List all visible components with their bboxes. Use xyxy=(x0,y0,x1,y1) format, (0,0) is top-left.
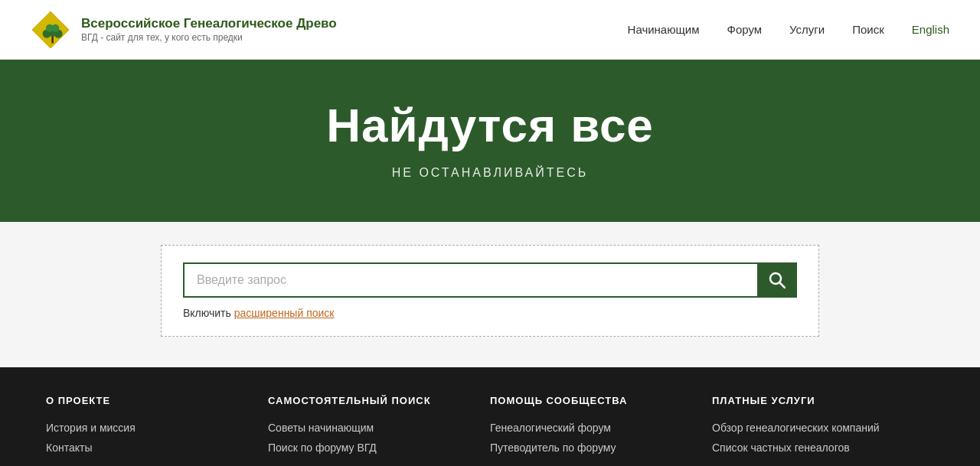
search-box: Включить расширенный поиск xyxy=(161,245,819,337)
footer-link-history[interactable]: История и миссия xyxy=(46,422,253,434)
search-hint: Включить расширенный поиск xyxy=(183,307,797,319)
footer-link-companies[interactable]: Обзор генеалогических компаний xyxy=(712,422,919,434)
search-hint-prefix: Включить xyxy=(183,307,234,319)
footer-col-paid-title: ПЛАТНЫЕ УСЛУГИ xyxy=(712,395,919,406)
footer-col-about-title: О ПРОЕКТЕ xyxy=(46,395,253,406)
footer-link-genforum[interactable]: Генеалогический форум xyxy=(490,422,697,434)
footer-col-community: ПОМОЩЬ СООБЩЕСТВА Генеалогический форум … xyxy=(490,395,712,461)
footer: О ПРОЕКТЕ История и миссия Контакты САМО… xyxy=(0,367,980,466)
nav-beginners[interactable]: Начинающим xyxy=(628,23,700,36)
footer-col-about: О ПРОЕКТЕ История и миссия Контакты xyxy=(46,395,268,461)
footer-link-contacts[interactable]: Контакты xyxy=(46,442,253,454)
logo-icon xyxy=(31,10,70,50)
header: Всероссийское Генеалогическое Древо ВГД … xyxy=(0,0,980,60)
svg-rect-1 xyxy=(51,35,53,43)
footer-col-search: САМОСТОЯТЕЛЬНЫЙ ПОИСК Советы начинающим … xyxy=(268,395,490,461)
footer-link-vgd-search[interactable]: Поиск по форуму ВГД xyxy=(268,442,475,454)
nav-search[interactable]: Поиск xyxy=(852,23,884,36)
logo-title: Всероссийское Генеалогическое Древо xyxy=(81,16,337,31)
search-button[interactable] xyxy=(757,262,797,298)
advanced-search-link[interactable]: расширенный поиск xyxy=(234,307,335,319)
footer-col-search-title: САМОСТОЯТЕЛЬНЫЙ ПОИСК xyxy=(268,395,475,406)
footer-link-forum-guide[interactable]: Путеводитель по форуму xyxy=(490,442,697,454)
logo-subtitle: ВГД - сайт для тех, у кого есть предки xyxy=(81,32,337,43)
footer-link-tips[interactable]: Советы начинающим xyxy=(268,422,475,434)
main-nav: Начинающим Форум Услуги Поиск English xyxy=(628,23,949,36)
footer-col-community-title: ПОМОЩЬ СООБЩЕСТВА xyxy=(490,395,697,406)
footer-link-genealogists[interactable]: Список частных генеалогов xyxy=(712,442,919,454)
nav-services[interactable]: Услуги xyxy=(789,23,825,36)
search-icon xyxy=(769,272,786,288)
nav-language[interactable]: English xyxy=(912,23,949,36)
svg-point-6 xyxy=(51,24,59,31)
search-row xyxy=(183,262,797,298)
logo-area: Всероссийское Генеалогическое Древо ВГД … xyxy=(31,10,337,50)
search-input[interactable] xyxy=(183,262,757,298)
search-section: Включить расширенный поиск xyxy=(0,222,980,367)
hero-subtitle: НЕ ОСТАНАВЛИВАЙТЕСЬ xyxy=(15,166,965,180)
hero-section: Найдутся все НЕ ОСТАНАВЛИВАЙТЕСЬ xyxy=(0,60,980,222)
hero-title: Найдутся все xyxy=(15,98,965,152)
logo-text-block: Всероссийское Генеалогическое Древо ВГД … xyxy=(81,16,337,42)
nav-forum[interactable]: Форум xyxy=(727,23,763,36)
svg-line-8 xyxy=(780,283,786,288)
footer-col-paid: ПЛАТНЫЕ УСЛУГИ Обзор генеалогических ком… xyxy=(712,395,934,461)
